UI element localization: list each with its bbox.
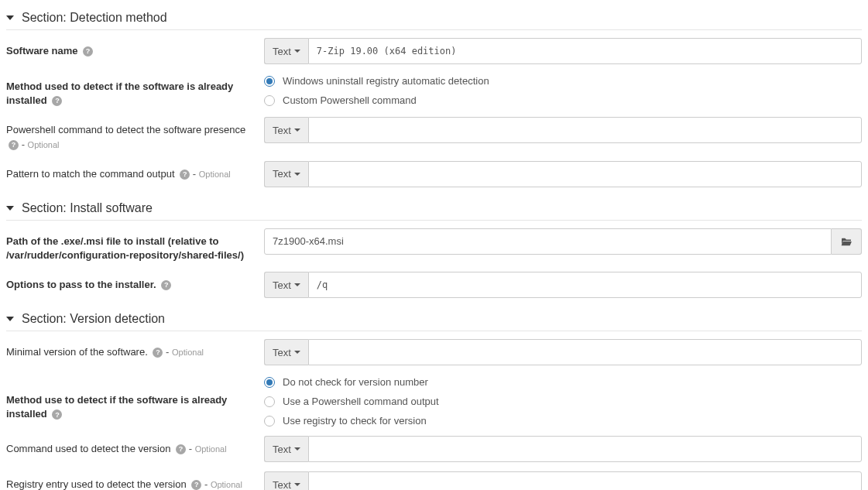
help-icon[interactable]: ? — [83, 46, 93, 57]
help-icon[interactable]: ? — [52, 96, 62, 106]
radio-registry-version[interactable]: Use registry to check for version — [264, 415, 439, 427]
pattern-input[interactable] — [308, 161, 862, 187]
options-label: Options to pass to the installer. — [6, 279, 156, 290]
chevron-down-icon — [294, 283, 300, 286]
options-input[interactable] — [308, 272, 862, 298]
section-title: Section: Install software — [22, 201, 153, 215]
optional-label: Optional — [195, 444, 227, 454]
folder-open-icon — [841, 237, 852, 246]
section-header-version[interactable]: Section: Version detection — [6, 307, 862, 331]
text-dropdown-button[interactable]: Text — [264, 272, 308, 298]
text-dropdown-button[interactable]: Text — [264, 117, 308, 143]
text-dropdown-button[interactable]: Text — [264, 436, 308, 462]
chevron-down-icon — [294, 483, 300, 486]
version-method-label: Method use to detect if the software is … — [6, 394, 227, 420]
version-command-label: Command used to detect the version — [6, 443, 170, 454]
minimal-version-label: Minimal version of the software. — [6, 346, 148, 358]
chevron-down-icon — [6, 206, 14, 211]
radio-registry-detection[interactable]: Windows uninstall registry automatic det… — [264, 75, 489, 87]
chevron-down-icon — [294, 128, 300, 132]
version-command-input[interactable] — [308, 436, 862, 462]
help-icon[interactable]: ? — [9, 140, 19, 150]
radio-no-version-check[interactable]: Do not check for version number — [264, 376, 439, 388]
section-header-install[interactable]: Section: Install software — [6, 197, 862, 221]
help-icon[interactable]: ? — [191, 480, 201, 490]
radio-unchecked-icon — [264, 95, 275, 106]
radio-unchecked-icon — [264, 416, 275, 427]
text-dropdown-button[interactable]: Text — [264, 38, 308, 64]
text-dropdown-button[interactable]: Text — [264, 339, 308, 365]
registry-entry-label: Registry entry used to detect the versio… — [6, 478, 187, 490]
text-dropdown-button[interactable]: Text — [264, 471, 308, 490]
path-input[interactable] — [264, 228, 832, 255]
radio-checked-icon — [264, 377, 275, 388]
radio-ps-version[interactable]: Use a Powershell command output — [264, 396, 439, 407]
chevron-down-icon — [294, 351, 300, 354]
chevron-down-icon — [294, 447, 300, 451]
section-title: Section: Version detection — [22, 312, 165, 326]
help-icon[interactable]: ? — [161, 280, 171, 290]
software-name-label: Software name — [6, 45, 77, 57]
ps-command-input[interactable] — [308, 117, 862, 143]
radio-unchecked-icon — [264, 396, 275, 407]
help-icon[interactable]: ? — [176, 444, 186, 454]
software-name-input[interactable] — [308, 38, 862, 64]
registry-entry-input[interactable] — [308, 471, 862, 490]
help-icon[interactable]: ? — [153, 348, 163, 358]
optional-label: Optional — [211, 480, 242, 489]
detect-method-label: Method used to detect if the software is… — [6, 81, 233, 106]
help-icon[interactable]: ? — [180, 170, 190, 180]
chevron-down-icon — [6, 15, 14, 20]
chevron-down-icon — [294, 173, 300, 176]
help-icon[interactable]: ? — [52, 409, 62, 420]
ps-command-label: Powershell command to detect the softwar… — [6, 124, 245, 135]
chevron-down-icon — [294, 50, 300, 53]
chevron-down-icon — [6, 317, 14, 321]
optional-label: Optional — [199, 170, 231, 179]
pattern-label: Pattern to match the command output — [6, 168, 175, 180]
minimal-version-input[interactable] — [308, 339, 862, 365]
optional-label: Optional — [28, 140, 60, 149]
radio-custom-powershell[interactable]: Custom Powershell command — [264, 94, 489, 106]
path-label: Path of the .exe/.msi file to install (r… — [6, 235, 244, 261]
optional-label: Optional — [172, 348, 204, 357]
text-dropdown-button[interactable]: Text — [264, 161, 308, 187]
section-header-detection[interactable]: Section: Detection method — [6, 6, 862, 30]
radio-checked-icon — [264, 76, 275, 87]
browse-button[interactable] — [832, 228, 862, 255]
section-title: Section: Detection method — [22, 11, 167, 25]
